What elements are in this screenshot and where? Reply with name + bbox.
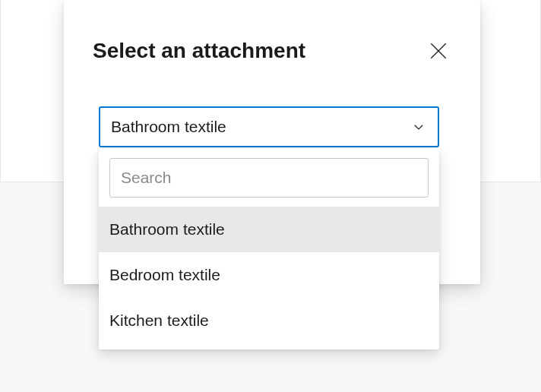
option-bathroom-textile[interactable]: Bathroom textile bbox=[99, 207, 439, 252]
option-bedroom-textile[interactable]: Bedroom textile bbox=[99, 252, 439, 298]
attachment-select-wrapper: Bathroom textile Bathroom textile Bedroo… bbox=[99, 106, 439, 147]
dialog-header: Select an attachment bbox=[93, 38, 451, 64]
chevron-down-icon bbox=[412, 120, 426, 134]
close-button[interactable] bbox=[426, 38, 451, 64]
option-label: Bedroom textile bbox=[109, 266, 220, 284]
attachment-select[interactable]: Bathroom textile bbox=[99, 106, 439, 147]
option-kitchen-textile[interactable]: Kitchen textile bbox=[99, 298, 439, 343]
option-label: Bathroom textile bbox=[109, 220, 225, 239]
select-attachment-dialog: Select an attachment Bathroom textile Ba… bbox=[64, 0, 480, 284]
close-icon bbox=[429, 41, 448, 61]
search-wrapper bbox=[99, 158, 439, 207]
search-input[interactable] bbox=[109, 158, 429, 198]
dialog-title: Select an attachment bbox=[93, 39, 305, 63]
attachment-dropdown: Bathroom textile Bedroom textile Kitchen… bbox=[99, 149, 439, 349]
select-value: Bathroom textile bbox=[111, 118, 226, 136]
option-label: Kitchen textile bbox=[109, 311, 209, 330]
